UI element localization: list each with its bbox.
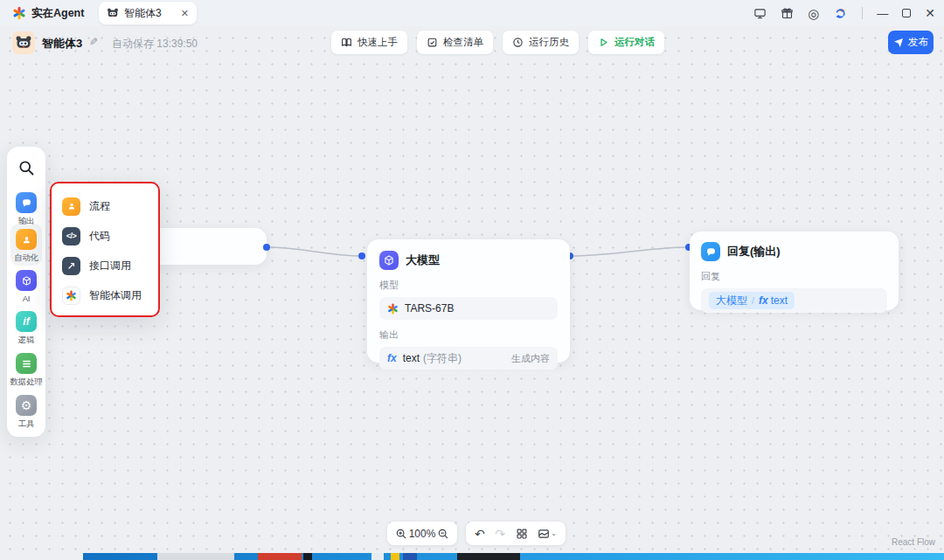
- tab-agent[interactable]: 智能体3 ✕: [99, 2, 197, 24]
- desktop-window-fragment: [371, 553, 384, 560]
- minimap-icon: [538, 528, 550, 540]
- gift-icon[interactable]: [781, 7, 794, 20]
- llm-node[interactable]: 大模型 模型 TARS-67B 输出 fx text (字符串) 生成内容: [367, 239, 570, 363]
- sidebar-item-tools[interactable]: ⚙ 工具: [7, 395, 45, 430]
- reply-field-label: 回复: [701, 270, 887, 283]
- minimap-toggle[interactable]: ⌄: [538, 528, 557, 540]
- assistant-logo-icon[interactable]: [833, 6, 848, 21]
- sidebar-item-label: 数据处理: [7, 377, 45, 388]
- agent-builder-window: 实在Agent 智能体3 ✕ ◎: [0, 0, 944, 560]
- run-history-button[interactable]: 运行历史: [503, 31, 579, 54]
- flyout-item-label: 智能体调用: [89, 288, 142, 303]
- record-icon[interactable]: ◎: [808, 7, 819, 20]
- sidebar-item-label: 自动化: [7, 252, 45, 264]
- gear-icon: ⚙: [16, 395, 37, 416]
- app-name: 实在Agent: [31, 6, 84, 21]
- cube-icon: [16, 270, 37, 291]
- output-var-hint: 生成内容: [511, 352, 550, 365]
- sidebar-item-ai[interactable]: AI: [7, 270, 45, 303]
- agent-asterisk-icon: [62, 287, 80, 305]
- flyout-item-code[interactable]: </> 代码: [52, 221, 158, 251]
- desktop-window-fragment: [457, 553, 520, 560]
- canvas-tools: ↶ ↷ ⌄: [466, 522, 566, 545]
- llm-node-header: 大模型: [379, 251, 558, 270]
- checklist-button[interactable]: 检查清单: [417, 31, 493, 54]
- reply-value-row[interactable]: 大模型 / fx text: [701, 288, 887, 313]
- publish-button[interactable]: 发布: [888, 31, 934, 54]
- title-bar: 实在Agent 智能体3 ✕ ◎: [0, 0, 944, 26]
- zoom-out-icon[interactable]: [437, 528, 449, 540]
- autosave-status: 自动保存 13:39:50: [112, 37, 198, 52]
- api-call-icon: [62, 257, 80, 275]
- sidebar-item-label: AI: [7, 294, 45, 303]
- quick-start-button[interactable]: 快速上手: [331, 31, 407, 54]
- model-field-label: 模型: [379, 279, 558, 292]
- desktop-window-fragment: [258, 553, 302, 560]
- maximize-icon[interactable]: [902, 9, 911, 17]
- reply-node-header: 回复(输出): [701, 242, 887, 261]
- history-icon: [512, 37, 524, 48]
- robot-person-icon: [62, 197, 80, 216]
- redo-icon[interactable]: ↷: [495, 528, 505, 540]
- dog-avatar-icon: [107, 7, 119, 19]
- run-dialog-button[interactable]: 运行对话: [588, 31, 664, 54]
- code-icon: </>: [62, 227, 80, 245]
- minimize-icon[interactable]: —: [877, 8, 888, 19]
- auto-layout-icon[interactable]: [516, 528, 528, 540]
- list-icon: [16, 353, 37, 374]
- zoom-in-icon[interactable]: [395, 528, 407, 540]
- sidebar-item-logic[interactable]: if 逻辑: [7, 311, 45, 346]
- dog-avatar-icon: [15, 34, 32, 52]
- search-icon[interactable]: [17, 159, 35, 176]
- agent-name: 智能体3: [42, 36, 82, 52]
- monitor-icon[interactable]: [753, 7, 767, 20]
- sidebar-item-output[interactable]: 输出: [7, 192, 45, 227]
- flyout-item-label: 代码: [89, 229, 110, 244]
- sidebar-item-label: 工具: [7, 418, 45, 430]
- node-palette-sidebar: 输出 自动化 AI if 逻辑 数据处理: [7, 147, 45, 437]
- node-title: 大模型: [406, 252, 440, 268]
- model-value: TARS-67B: [405, 302, 454, 315]
- output-var-name: text: [403, 352, 420, 364]
- chevron-down-icon: ⌄: [551, 529, 557, 537]
- tars-logo-icon: [387, 303, 399, 315]
- output-field-label: 输出: [379, 328, 558, 342]
- sidebar-item-data-processing[interactable]: 数据处理: [7, 353, 45, 388]
- flyout-item-api-call[interactable]: 接口调用: [52, 251, 158, 280]
- react-flow-attribution: React Flow: [892, 537, 935, 547]
- robot-person-icon: [16, 229, 37, 250]
- app-logo-icon: [12, 6, 26, 20]
- if-glyph: if: [23, 315, 29, 328]
- paper-plane-icon: [893, 38, 904, 48]
- cube-icon: [379, 251, 399, 270]
- variable-reference-pill[interactable]: 大模型 / fx text: [709, 292, 795, 309]
- book-icon: [341, 37, 352, 48]
- ref-var-name: text: [771, 294, 788, 307]
- sidebar-item-automation[interactable]: 自动化: [7, 229, 45, 264]
- if-icon: if: [16, 311, 37, 332]
- close-icon[interactable]: ✕: [925, 7, 935, 19]
- button-label: 运行历史: [529, 36, 569, 49]
- ref-node-name: 大模型: [716, 294, 747, 308]
- model-select[interactable]: TARS-67B: [379, 297, 558, 320]
- ref-separator: /: [752, 295, 754, 306]
- publish-label: 发布: [908, 35, 929, 50]
- node-title: 回复(输出): [727, 244, 781, 259]
- undo-icon[interactable]: ↶: [475, 528, 485, 540]
- chat-bubble-icon: [701, 242, 720, 261]
- edit-name-icon[interactable]: ✎: [89, 36, 98, 48]
- desktop-taskbar-sliver: [83, 553, 944, 560]
- desktop-window-fragment: [303, 553, 312, 560]
- reply-node[interactable]: 回复(输出) 回复 大模型 / fx text: [690, 232, 899, 310]
- tab-close-icon[interactable]: ✕: [181, 8, 189, 19]
- flyout-item-flow[interactable]: 流程: [52, 191, 158, 221]
- zoom-level: 100%: [409, 528, 436, 540]
- fx-icon: fx: [759, 294, 768, 307]
- flyout-item-agent-call[interactable]: 智能体调用: [52, 280, 158, 310]
- agent-avatar[interactable]: [12, 31, 35, 54]
- output-variable-row[interactable]: fx text (字符串) 生成内容: [379, 347, 558, 370]
- output-var-type: (字符串): [423, 351, 462, 366]
- sidebar-item-label: 逻辑: [7, 335, 45, 346]
- automation-flyout-menu: 流程 </> 代码 接口调用: [50, 182, 160, 317]
- sidebar-item-label: 输出: [7, 216, 45, 227]
